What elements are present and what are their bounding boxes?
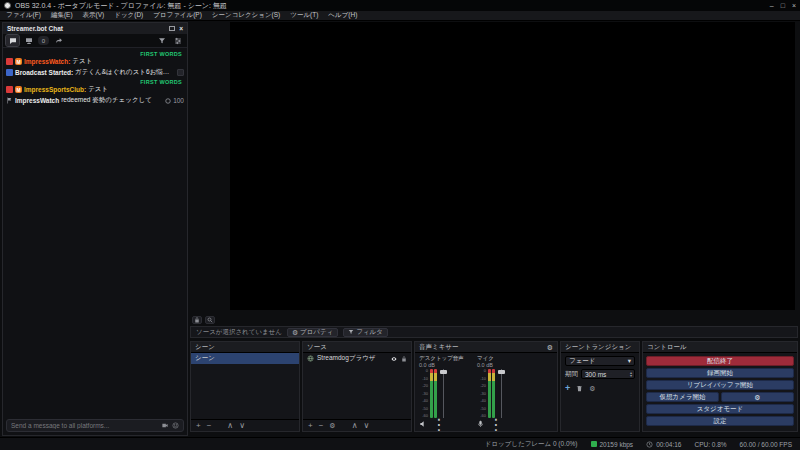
- remove-transition-icon[interactable]: [576, 385, 583, 392]
- chat-filter-button[interactable]: [155, 35, 168, 46]
- message-action-icon[interactable]: [177, 69, 184, 76]
- transition-select[interactable]: フェード ▾: [565, 356, 635, 366]
- mixer-channel-mic: マイク 0.0 dB 0-10-20-30-40-50-60 ⋮: [477, 355, 527, 429]
- impress-badge-icon: M: [15, 86, 22, 93]
- window-titlebar: OBS 32.0.4 - ポータブルモード - プロファイル: 無題 - シーン…: [0, 0, 800, 11]
- chat-tab-bar: 0: [3, 34, 187, 48]
- start-virtual-camera-button[interactable]: 仮想カメラ開始: [646, 392, 719, 402]
- volume-meter: [488, 369, 491, 418]
- menu-file[interactable]: ファイル(F): [6, 11, 41, 20]
- menu-scene-collection[interactable]: シーンコレクション(S): [212, 11, 280, 20]
- menu-profile[interactable]: プロファイル(P): [153, 11, 202, 20]
- mic-icon[interactable]: [477, 420, 484, 428]
- menu-help[interactable]: ヘルプ(H): [328, 11, 357, 20]
- add-source-button[interactable]: +: [308, 421, 313, 430]
- add-transition-button[interactable]: +: [565, 384, 570, 392]
- funnel-icon: [158, 37, 166, 45]
- start-recording-button[interactable]: 録画開始: [646, 368, 794, 378]
- tab-chat[interactable]: [6, 35, 19, 46]
- statusbar: ドロップしたフレーム 0 (0.0%) 20159 kbps 00:04:16 …: [0, 437, 800, 450]
- tab-activity[interactable]: [22, 35, 35, 46]
- obs-logo-icon: [4, 2, 11, 9]
- event-title: Broadcast Started:: [15, 69, 73, 76]
- source-down-icon[interactable]: ∨: [363, 421, 369, 430]
- start-replay-buffer-button[interactable]: リプレイバッファ開始: [646, 380, 794, 390]
- volume-slider[interactable]: [439, 369, 448, 418]
- scenes-toolbar: + − ∧ ∨: [191, 419, 299, 431]
- menu-view[interactable]: 表示(V): [83, 11, 105, 20]
- cpu-usage: CPU: 0.8%: [694, 441, 726, 448]
- sources-dock: ソース Streamdogブラウザ + − ⚙ ∧ ∨: [302, 341, 412, 432]
- duration-spinner[interactable]: 300 ms ▴▾: [581, 369, 635, 379]
- scene-up-icon[interactable]: ∧: [227, 421, 233, 430]
- meter-scale: 0-10-20-30-40-50-60: [477, 369, 486, 418]
- close-icon[interactable]: ×: [792, 2, 796, 9]
- share-icon: [55, 37, 63, 45]
- mixer-channel-desktop: デスクトップ音声 0.0 dB 0-10-20-30-40-50-60 ⋮: [419, 355, 469, 429]
- transitions-header[interactable]: シーントランジション: [561, 342, 639, 353]
- chat-dock-titlebar[interactable]: Streamer.bot Chat ×: [3, 23, 187, 34]
- scene-down-icon[interactable]: ∨: [239, 421, 245, 430]
- controls-dock: コントロール 配信終了 録画開始 リプレイバッファ開始 仮想カメラ開始 ⚙ スタ…: [642, 341, 798, 432]
- spinner-arrows-icon[interactable]: ▴▾: [630, 371, 632, 377]
- remove-source-button[interactable]: −: [319, 421, 324, 430]
- platform-icon: [6, 86, 13, 93]
- points-value: 100: [173, 97, 184, 104]
- scene-item[interactable]: シーン: [191, 353, 299, 364]
- platform-icon: [6, 58, 13, 65]
- scenes-header[interactable]: シーン: [191, 342, 299, 353]
- menubar: ファイル(F) 編集(E) 表示(V) ドック(D) プロファイル(P) シーン…: [0, 11, 800, 21]
- chevron-down-icon: ▾: [628, 357, 631, 365]
- menu-edit[interactable]: 編集(E): [51, 11, 73, 20]
- source-item[interactable]: Streamdogブラウザ: [303, 353, 411, 364]
- sliders-icon: [174, 37, 182, 45]
- speaker-icon[interactable]: [419, 420, 427, 428]
- chat-text: テスト: [88, 85, 108, 94]
- remove-scene-button[interactable]: −: [207, 421, 212, 430]
- menu-docks[interactable]: ドック(D): [114, 11, 143, 20]
- tab-share[interactable]: [52, 35, 65, 46]
- minimize-icon[interactable]: –: [770, 2, 774, 9]
- meter-scale: 0-10-20-30-40-50-60: [419, 369, 428, 418]
- sources-toolbar: + − ⚙ ∧ ∨: [303, 419, 411, 431]
- filter-icon: [348, 329, 354, 335]
- controls-header[interactable]: コントロール: [643, 342, 797, 353]
- preview-zoom-icon[interactable]: [205, 316, 215, 324]
- studio-mode-button[interactable]: スタジオモード: [646, 404, 794, 414]
- channel-name: デスクトップ音声: [419, 355, 469, 362]
- source-properties-icon[interactable]: ⚙: [329, 422, 335, 429]
- source-toolbar: ソースが選択されていません ⚙ プロパティ フィルタ: [190, 326, 798, 338]
- chat-settings-button[interactable]: [171, 35, 184, 46]
- sources-header[interactable]: ソース: [303, 342, 411, 353]
- settings-button[interactable]: 設定: [646, 416, 794, 426]
- lock-icon[interactable]: [401, 356, 407, 362]
- emote-icon[interactable]: [172, 422, 179, 429]
- chat-username[interactable]: ImpressSportsClub:: [24, 86, 86, 93]
- video-icon[interactable]: [161, 422, 169, 429]
- streamerbot-chat-dock: Streamer.bot Chat × 0: [2, 22, 188, 436]
- dock-float-icon[interactable]: [169, 26, 175, 31]
- volume-slider[interactable]: [497, 369, 506, 418]
- chat-input-row: [6, 419, 184, 432]
- dock-close-icon[interactable]: ×: [179, 25, 183, 32]
- transition-properties-icon[interactable]: ⚙: [589, 385, 595, 392]
- filters-button[interactable]: フィルタ: [343, 328, 388, 337]
- mixer-header[interactable]: 音声ミキサー ⚙: [415, 342, 557, 353]
- broadcast-event-icon: [6, 69, 13, 76]
- properties-button[interactable]: ⚙ プロパティ: [287, 328, 338, 337]
- source-up-icon[interactable]: ∧: [352, 421, 358, 430]
- stop-streaming-button[interactable]: 配信終了: [646, 356, 794, 366]
- preview-canvas[interactable]: [230, 22, 795, 310]
- mixer-settings-icon[interactable]: ⚙: [547, 344, 553, 351]
- chat-username[interactable]: ImpressWatch: [15, 97, 59, 104]
- virtual-camera-settings-button[interactable]: ⚙: [721, 392, 794, 402]
- maximize-icon[interactable]: □: [781, 2, 785, 9]
- chat-message-input[interactable]: [11, 422, 158, 429]
- audio-mixer-dock: 音声ミキサー ⚙ デスクトップ音声 0.0 dB 0-10-20-30-40-5…: [414, 341, 558, 432]
- preview-lock-icon[interactable]: [192, 316, 202, 324]
- menu-tools[interactable]: ツール(T): [290, 11, 318, 20]
- impress-badge-icon: M: [15, 58, 22, 65]
- chat-username[interactable]: ImpressWatch:: [24, 58, 70, 65]
- add-scene-button[interactable]: +: [196, 421, 201, 430]
- visibility-eye-icon[interactable]: [390, 356, 398, 362]
